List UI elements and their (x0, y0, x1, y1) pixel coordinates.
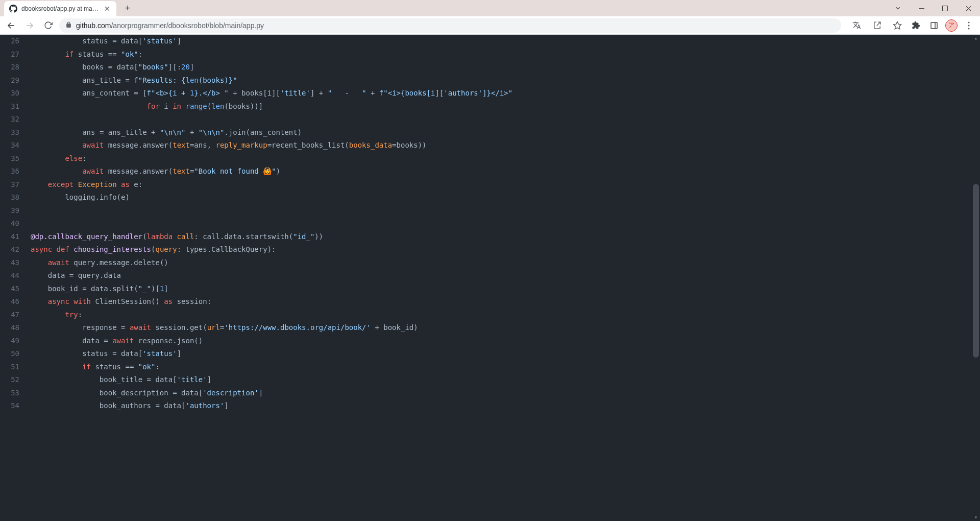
lock-icon (65, 21, 72, 30)
line-number[interactable]: 52 (0, 373, 19, 387)
code-line (31, 217, 973, 230)
code-line: book_title = data['title'] (31, 373, 973, 387)
line-number[interactable]: 45 (0, 282, 19, 296)
line-number[interactable]: 26 (0, 35, 19, 48)
side-panel-icon[interactable] (927, 18, 941, 33)
line-number[interactable]: 54 (0, 399, 19, 413)
code-line: status = data['status'] (31, 35, 973, 48)
browser-tab[interactable]: dbooksrobot/app.py at main · an ✕ (4, 1, 116, 16)
address-actions (849, 18, 904, 33)
line-number[interactable]: 39 (0, 204, 19, 218)
new-tab-button[interactable]: + (120, 1, 135, 15)
line-number[interactable]: 32 (0, 113, 19, 126)
code-line: books = data["books"][:20] (31, 61, 973, 74)
code-line: try: (31, 309, 973, 322)
code-line: ans_content = [f"<b>{i + 1}.</b> " + boo… (31, 87, 973, 100)
code-line: except Exception as e: (31, 178, 973, 192)
line-number[interactable]: 43 (0, 256, 19, 270)
line-number[interactable]: 51 (0, 361, 19, 374)
line-number[interactable]: 30 (0, 87, 19, 100)
line-number[interactable]: 31 (0, 100, 19, 113)
code-line: data = query.data (31, 269, 973, 282)
code-line: await query.message.delete() (31, 256, 973, 270)
tab-strip: dbooksrobot/app.py at main · an ✕ + (0, 0, 135, 16)
scroll-up-arrow[interactable]: ▴ (973, 35, 979, 42)
line-number[interactable]: 50 (0, 347, 19, 361)
code-line (31, 113, 973, 126)
line-number[interactable]: 46 (0, 295, 19, 309)
bookmark-icon[interactable] (890, 18, 904, 33)
code-line: async def choosing_interests(query: type… (31, 243, 973, 256)
line-number[interactable]: 49 (0, 335, 19, 348)
line-number[interactable]: 36 (0, 165, 19, 178)
line-number[interactable]: 47 (0, 309, 19, 322)
close-icon[interactable]: ✕ (103, 5, 111, 13)
extensions-icon[interactable] (909, 18, 923, 33)
code-line (31, 204, 973, 218)
line-number[interactable]: 41 (0, 230, 19, 244)
svg-rect-1 (942, 6, 947, 11)
line-number[interactable]: 42 (0, 243, 19, 256)
line-number-gutter: 2627282930313233343536373839404142434445… (0, 35, 26, 413)
line-number[interactable]: 44 (0, 269, 19, 282)
reload-button[interactable] (41, 18, 55, 33)
vertical-scrollbar[interactable]: ▴ ▾ (973, 35, 979, 521)
translate-icon[interactable] (849, 18, 864, 33)
line-number[interactable]: 27 (0, 48, 19, 61)
svg-marker-7 (894, 21, 901, 29)
share-icon[interactable] (870, 18, 884, 33)
code-line: logging.info(e) (31, 191, 973, 204)
kebab-menu-icon[interactable] (962, 18, 976, 33)
line-number[interactable]: 53 (0, 387, 19, 400)
code-line: if status == "ok": (31, 48, 973, 61)
browser-toolbar: github.com/anorprogrammer/dbooksrobot/bl… (0, 16, 980, 35)
code-line: else: (31, 152, 973, 165)
code-content[interactable]: status = data['status'] if status == "ok… (31, 35, 973, 413)
code-line: async with ClientSession() as session: (31, 295, 973, 309)
scroll-down-arrow[interactable]: ▾ (973, 514, 979, 521)
code-line: response = await session.get(url='https:… (31, 321, 973, 335)
code-line: data = await response.json() (31, 335, 973, 348)
code-line: await message.answer(text="Book not foun… (31, 165, 973, 178)
forward-button[interactable] (22, 18, 37, 33)
line-number[interactable]: 28 (0, 61, 19, 74)
code-line: book_id = data.split("_")[1] (31, 282, 973, 296)
line-number[interactable]: 48 (0, 321, 19, 335)
code-line: if status == "ok": (31, 361, 973, 374)
code-line: ans_title = f"Results: {len(books)}" (31, 74, 973, 87)
window-controls (886, 0, 980, 16)
svg-point-11 (968, 25, 969, 26)
line-number[interactable]: 38 (0, 191, 19, 204)
code-line: ans = ans_title + "\n\n" + "\n\n".join(a… (31, 126, 973, 139)
line-number[interactable]: 40 (0, 217, 19, 230)
back-button[interactable] (4, 18, 18, 33)
maximize-icon[interactable] (933, 0, 957, 16)
svg-point-12 (968, 28, 969, 29)
url-text: github.com/anorprogrammer/dbooksrobot/bl… (76, 21, 264, 30)
line-number[interactable]: 34 (0, 139, 19, 152)
line-number[interactable]: 37 (0, 178, 19, 192)
svg-point-10 (968, 21, 969, 23)
tab-search-icon[interactable] (886, 0, 910, 16)
code-line: @dp.callback_query_handler(lambda call: … (31, 230, 973, 244)
line-number[interactable]: 29 (0, 74, 19, 87)
window-close-icon[interactable] (957, 0, 980, 16)
github-icon (9, 5, 17, 13)
code-viewer: 2627282930313233343536373839404142434445… (0, 35, 980, 521)
profile-avatar[interactable]: ア (945, 19, 958, 32)
line-number[interactable]: 35 (0, 152, 19, 165)
scroll-thumb[interactable] (973, 184, 979, 358)
tab-title: dbooksrobot/app.py at main · an (21, 5, 99, 12)
code-line: book_description = data['description'] (31, 387, 973, 400)
line-number[interactable]: 33 (0, 126, 19, 139)
svg-line-6 (876, 22, 880, 26)
svg-rect-8 (931, 22, 937, 29)
minimize-icon[interactable] (910, 0, 933, 16)
address-bar[interactable]: github.com/anorprogrammer/dbooksrobot/bl… (59, 18, 841, 33)
code-line: book_authors = data['authors'] (31, 399, 973, 413)
code-line: for i in range(len(books))] (31, 100, 973, 113)
scroll-track[interactable] (973, 42, 979, 514)
browser-titlebar: dbooksrobot/app.py at main · an ✕ + (0, 0, 980, 16)
code-line: status = data['status'] (31, 347, 973, 361)
code-line: await message.answer(text=ans, reply_mar… (31, 139, 973, 152)
